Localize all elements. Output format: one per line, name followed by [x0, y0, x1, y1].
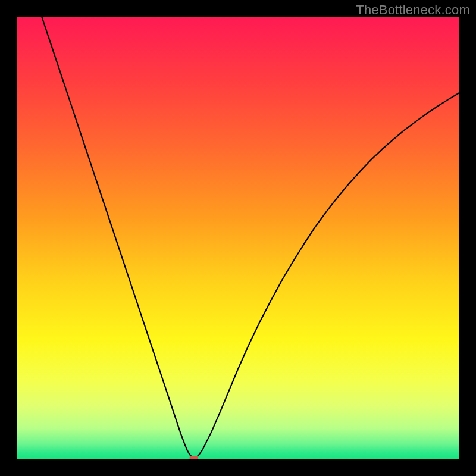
watermark-text: TheBottleneck.com	[356, 2, 470, 18]
heatmap-background	[17, 17, 459, 459]
chart-svg	[17, 17, 459, 459]
chart-frame: TheBottleneck.com	[0, 0, 476, 476]
bottleneck-marker	[190, 456, 198, 459]
plot-area	[17, 17, 459, 459]
